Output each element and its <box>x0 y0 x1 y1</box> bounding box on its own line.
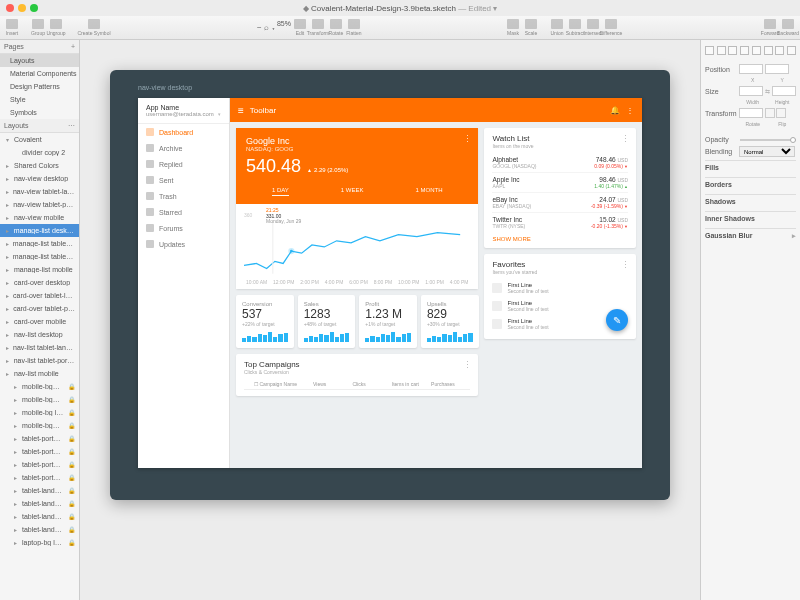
nav-item[interactable]: Updates <box>138 236 229 252</box>
layer-row[interactable]: ▸laptop-bg l…🔒 <box>0 536 79 549</box>
distribute-h-icon[interactable] <box>775 46 784 55</box>
layer-row[interactable]: ▸card-over tablet-lands… <box>0 289 79 302</box>
layer-row[interactable]: divider copy 2 <box>0 146 79 159</box>
opacity-slider[interactable] <box>740 139 796 141</box>
user-section[interactable]: App Name username@teradata.com <box>138 98 229 124</box>
page-row[interactable]: Layouts <box>0 54 79 67</box>
layer-row[interactable]: ▸nav-list desktop <box>0 328 79 341</box>
layer-row[interactable]: ▸mobile-bg l…🔒 <box>0 406 79 419</box>
canvas[interactable]: nav-view desktop App Name username@terad… <box>80 40 700 600</box>
blend-mode-select[interactable]: Normal <box>739 146 795 157</box>
layer-row[interactable]: ▸tablet-land…🔒 <box>0 523 79 536</box>
x-input[interactable] <box>739 64 763 74</box>
layer-row[interactable]: ▸tablet-port…🔒 <box>0 432 79 445</box>
page-row[interactable]: Style <box>0 93 79 106</box>
create-symbol-button[interactable]: Create Symbol <box>74 17 114 39</box>
username[interactable]: username@teradata.com <box>146 111 221 117</box>
transform-button[interactable]: Transform <box>310 17 326 39</box>
page-row[interactable]: Symbols <box>0 106 79 119</box>
align-right-icon[interactable] <box>728 46 737 55</box>
layer-row[interactable]: ▸manage-list tablet-land… <box>0 237 79 250</box>
flatten-button[interactable]: Flatten <box>346 17 362 39</box>
page-row[interactable]: Material Components <box>0 67 79 80</box>
range-tab[interactable]: 1 MONTH <box>415 185 442 196</box>
nav-item[interactable]: Starred <box>138 204 229 220</box>
align-bottom-icon[interactable] <box>764 46 773 55</box>
layer-row[interactable]: ▸tablet-land…🔒 <box>0 510 79 523</box>
width-input[interactable] <box>739 86 763 96</box>
rotate-input[interactable] <box>739 108 763 118</box>
traffic-lights[interactable] <box>6 4 38 12</box>
watch-item[interactable]: AlphabetGOOGL (NASDAQ)748.46 USD0.09 (0.… <box>492 153 628 173</box>
card-overflow-icon[interactable]: ⋮ <box>463 134 472 144</box>
mask-button[interactable]: Mask <box>505 17 521 39</box>
layer-row[interactable]: ▸manage-list tablet-port… <box>0 250 79 263</box>
inner-shadows-section[interactable]: Inner Shadows <box>705 211 796 225</box>
close-window-icon[interactable] <box>6 4 14 12</box>
layer-row[interactable]: ▸mobile-bg…🔒 <box>0 380 79 393</box>
overflow-icon[interactable]: ⋮ <box>626 106 634 115</box>
layer-row[interactable]: ▸tablet-port…🔒 <box>0 445 79 458</box>
layer-row[interactable]: ▸nav-list tablet-landsca… <box>0 341 79 354</box>
borders-section[interactable]: Borders <box>705 177 796 191</box>
y-input[interactable] <box>765 64 789 74</box>
insert-button[interactable]: Insert <box>4 17 20 39</box>
rotate-button[interactable]: Rotate <box>328 17 344 39</box>
nav-item[interactable]: Trash <box>138 188 229 204</box>
layer-row[interactable]: ▸card-over mobile <box>0 315 79 328</box>
fills-section[interactable]: Fills <box>705 160 796 174</box>
layer-row[interactable]: ▸nav-view tablet-landsc… <box>0 185 79 198</box>
nav-item[interactable]: Dashboard <box>138 124 229 140</box>
maximize-window-icon[interactable] <box>30 4 38 12</box>
layer-row[interactable]: ▸card-over desktop <box>0 276 79 289</box>
layer-row[interactable]: ▸tablet-port…🔒 <box>0 458 79 471</box>
layer-row[interactable]: ▸tablet-land…🔒 <box>0 484 79 497</box>
lock-aspect-icon[interactable]: ⇆ <box>765 88 770 95</box>
flip-v-icon[interactable] <box>776 108 786 118</box>
nav-item[interactable]: Sent <box>138 172 229 188</box>
minimize-window-icon[interactable] <box>18 4 26 12</box>
layer-row[interactable]: ▾Covalent <box>0 133 79 146</box>
shadows-section[interactable]: Shadows <box>705 194 796 208</box>
ungroup-button[interactable]: Ungroup <box>48 17 64 39</box>
notifications-icon[interactable]: 🔔 <box>610 106 620 115</box>
zoom-control[interactable]: − ⌕ ▾ <box>257 23 276 32</box>
layer-row[interactable]: ▸manage-list desktop <box>0 224 79 237</box>
layer-row[interactable]: ▸nav-list mobile <box>0 367 79 380</box>
distribute-v-icon[interactable] <box>787 46 796 55</box>
card-overflow-icon[interactable]: ⋮ <box>621 260 630 270</box>
page-row[interactable]: Design Patterns <box>0 80 79 93</box>
layer-row[interactable]: ▸card-over tablet-portr… <box>0 302 79 315</box>
fab-edit-button[interactable]: ✎ <box>606 309 628 331</box>
flip-h-icon[interactable] <box>765 108 775 118</box>
card-overflow-icon[interactable]: ⋮ <box>621 134 630 144</box>
forward-button[interactable]: Forward <box>762 17 778 39</box>
layer-row[interactable]: ▸mobile-bg…🔒 <box>0 393 79 406</box>
nav-item[interactable]: Replied <box>138 156 229 172</box>
range-tab[interactable]: 1 WEEK <box>341 185 364 196</box>
align-controls[interactable] <box>705 44 796 61</box>
artboard[interactable]: App Name username@teradata.com Dashboard… <box>138 98 642 468</box>
layers-menu-icon[interactable]: ⋯ <box>68 122 75 130</box>
favorite-item[interactable]: First LineSecond line of text <box>492 279 628 297</box>
layer-row[interactable]: ▸nav-list tablet-portrait <box>0 354 79 367</box>
height-input[interactable] <box>772 86 796 96</box>
add-page-icon[interactable]: + <box>71 43 75 50</box>
watch-item[interactable]: eBay IncEBAY (NASDAQ)24.07 USD-0.39 (-1.… <box>492 193 628 213</box>
scale-button[interactable]: Scale <box>523 17 539 39</box>
layer-row[interactable]: ▸nav-view desktop <box>0 172 79 185</box>
layer-row[interactable]: ▸tablet-port…🔒 <box>0 471 79 484</box>
layer-row[interactable]: ▸mobile-bg…🔒 <box>0 419 79 432</box>
show-more-button[interactable]: SHOW MORE <box>492 232 628 242</box>
layer-row[interactable]: ▸manage-list mobile <box>0 263 79 276</box>
intersect-button[interactable]: Intersect <box>585 17 601 39</box>
range-tab[interactable]: 1 DAY <box>272 185 289 196</box>
watch-item[interactable]: Twitter IncTWTR (NYSE)15.02 USD-0.20 (-1… <box>492 213 628 232</box>
nav-item[interactable]: Forums <box>138 220 229 236</box>
backward-button[interactable]: Backward <box>780 17 796 39</box>
card-overflow-icon[interactable]: ⋮ <box>463 360 472 370</box>
zoom-level[interactable]: 85% <box>276 17 292 39</box>
zoom-in-icon[interactable]: ⌕ ▾ <box>264 23 276 32</box>
zoom-out-icon[interactable]: − <box>257 23 262 32</box>
watch-item[interactable]: Apple IncAAPL98.46 USD1.40 (1.47%) <box>492 173 628 193</box>
